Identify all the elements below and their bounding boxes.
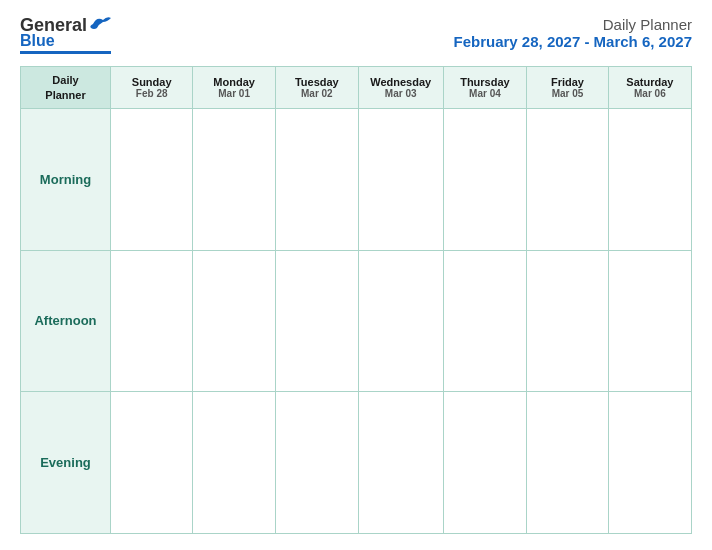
- row-label-evening: Evening: [21, 392, 111, 534]
- cell-evening-thursday[interactable]: [443, 392, 527, 534]
- planner-title: Daily Planner: [454, 16, 692, 33]
- date-range: February 28, 2027 - March 6, 2027: [454, 33, 692, 50]
- logo-underline: [20, 51, 111, 54]
- cell-evening-tuesday[interactable]: [275, 392, 358, 534]
- col-header-monday: Monday Mar 01: [193, 67, 276, 109]
- page-header: General Blue Daily Planner February 28, …: [20, 16, 692, 54]
- row-label-morning: Morning: [21, 108, 111, 250]
- cell-afternoon-monday[interactable]: [193, 250, 276, 392]
- cell-evening-friday[interactable]: [527, 392, 609, 534]
- row-afternoon: Afternoon: [21, 250, 692, 392]
- cell-morning-tuesday[interactable]: [275, 108, 358, 250]
- col-header-tuesday: Tuesday Mar 02: [275, 67, 358, 109]
- logo-bird-icon: [89, 16, 111, 32]
- cell-evening-saturday[interactable]: [608, 392, 691, 534]
- cell-morning-friday[interactable]: [527, 108, 609, 250]
- cell-morning-monday[interactable]: [193, 108, 276, 250]
- cell-morning-wednesday[interactable]: [358, 108, 443, 250]
- cell-evening-wednesday[interactable]: [358, 392, 443, 534]
- col-header-wednesday: Wednesday Mar 03: [358, 67, 443, 109]
- cell-morning-sunday[interactable]: [111, 108, 193, 250]
- cell-afternoon-wednesday[interactable]: [358, 250, 443, 392]
- logo: General Blue: [20, 16, 111, 54]
- cell-evening-monday[interactable]: [193, 392, 276, 534]
- logo-blue: Blue: [20, 32, 55, 50]
- col-header-sunday: Sunday Feb 28: [111, 67, 193, 109]
- cell-morning-thursday[interactable]: [443, 108, 527, 250]
- row-label-afternoon: Afternoon: [21, 250, 111, 392]
- row-morning: Morning: [21, 108, 692, 250]
- row-evening: Evening: [21, 392, 692, 534]
- cell-afternoon-thursday[interactable]: [443, 250, 527, 392]
- col-header-saturday: Saturday Mar 06: [608, 67, 691, 109]
- planner-table: Daily Planner Sunday Feb 28 Monday Mar 0…: [20, 66, 692, 534]
- col-header-friday: Friday Mar 05: [527, 67, 609, 109]
- cell-afternoon-friday[interactable]: [527, 250, 609, 392]
- cell-afternoon-saturday[interactable]: [608, 250, 691, 392]
- cell-afternoon-tuesday[interactable]: [275, 250, 358, 392]
- cell-morning-saturday[interactable]: [608, 108, 691, 250]
- col-header-label: Daily Planner: [21, 67, 111, 109]
- title-block: Daily Planner February 28, 2027 - March …: [454, 16, 692, 50]
- col-header-thursday: Thursday Mar 04: [443, 67, 527, 109]
- column-headers: Daily Planner Sunday Feb 28 Monday Mar 0…: [21, 67, 692, 109]
- cell-evening-sunday[interactable]: [111, 392, 193, 534]
- cell-afternoon-sunday[interactable]: [111, 250, 193, 392]
